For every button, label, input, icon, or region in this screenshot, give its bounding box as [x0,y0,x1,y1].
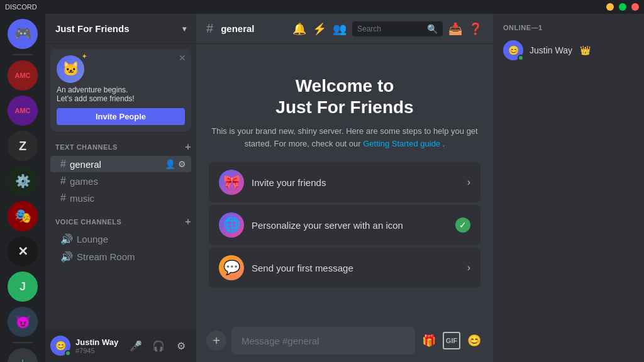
server-name: Just For Friends [55,23,130,34]
channel-name-general: general [70,159,161,170]
user-status-dot [65,350,71,356]
server-icon-devil[interactable]: 😈 [8,307,38,337]
maximize-button[interactable] [619,3,626,11]
send-message-label: Send your first message [252,263,460,273]
text-channels-section: TEXT CHANNELS + # general 👤 ⚙ # games # [45,139,196,206]
text-channels-label: TEXT CHANNELS [55,143,118,151]
voice-icon-stream: 🔊 [60,251,73,263]
message-right-icons: 🎁 GIF 😊 [420,332,483,349]
channel-list: ✕ 🐱 ✦ An adventure begins. Let's add som… [45,44,196,329]
emoji-button[interactable]: 😊 [465,332,483,349]
action-card-personalize[interactable]: 🌐 Personalize your server with an icon ✓ [209,205,480,245]
invite-card-close-button[interactable]: ✕ [179,53,186,63]
personalize-icon: 🌐 [219,212,244,238]
boost-icon[interactable]: ⚡ [312,21,327,36]
message-bar: + 🎁 GIF 😊 [196,319,493,362]
topbar-icons: 🔔 ⚡ 👥 🔍 📥 ❓ [292,21,483,36]
member-online-dot [518,55,524,61]
server-icon-z[interactable]: Z [8,131,38,161]
members-toggle-icon[interactable]: 👥 [332,21,347,36]
add-voice-channel-button[interactable]: + [185,216,191,228]
channel-item-music[interactable]: # music [50,190,191,206]
hash-icon: # [60,158,66,170]
server-icon-x[interactable]: ✕ [8,236,38,266]
add-text-channel-button[interactable]: + [185,141,191,153]
server-icon-amc1[interactable]: AMC [8,60,38,90]
main-content: # general 🔔 ⚡ 👥 🔍 📥 ❓ Welcome to Just [196,14,493,362]
voice-icon-lounge: 🔊 [60,233,73,245]
welcome-title-line2: Just For Friends [275,97,413,117]
welcome-desc-suffix: . [443,139,445,148]
invite-friends-chevron-icon: › [467,177,470,188]
voice-channels-header[interactable]: VOICE CHANNELS + [45,214,196,230]
welcome-title: Welcome to Just For Friends [275,75,413,118]
member-name-justin: Justin Way [530,45,572,55]
invite-people-button[interactable]: Invite People [57,108,185,125]
invite-card-line1: An adventure begins. [57,85,185,94]
channel-item-games[interactable]: # games [50,173,191,189]
welcome-description: This is your brand new, shiny server. He… [209,125,480,150]
search-icon: 🔍 [427,24,438,34]
server-icon-j[interactable]: J [8,272,38,302]
server-icon-home[interactable]: 🎮 [8,19,38,49]
action-card-message[interactable]: 💬 Send your first message › [209,248,480,288]
settings-icon[interactable]: ⚙ [178,159,186,169]
personalize-label: Personalize your server with an icon [252,220,448,231]
user-info: Justin Way #7945 [75,337,121,354]
welcome-box: Welcome to Just For Friends This is your… [209,75,480,288]
help-icon[interactable]: ❓ [468,21,483,36]
member-icon[interactable]: 👤 [165,159,175,169]
send-message-icon: 💬 [219,255,244,280]
invite-friends-label: Invite your friends [252,177,460,188]
voice-channels-label: VOICE CHANNELS [55,218,121,226]
inbox-icon[interactable]: 📥 [448,21,463,36]
channel-hash-icon: # [206,21,213,36]
user-settings-button[interactable]: ⚙ [171,336,191,356]
action-card-invite[interactable]: 🎀 Invite your friends › [209,162,480,202]
server-icon-gear[interactable]: ⚙️ [8,166,38,196]
channel-sidebar: Just For Friends ▾ ✕ 🐱 ✦ An adventure be… [45,14,196,362]
message-input[interactable] [242,336,405,346]
gif-button[interactable]: GIF [443,332,460,349]
welcome-title-line1: Welcome to [296,76,394,96]
deafen-button[interactable]: 🎧 [148,336,169,356]
channel-icons: 👤 ⚙ [165,159,186,169]
channel-item-stream-room[interactable]: 🔊 Stream Room [50,248,191,265]
topbar: # general 🔔 ⚡ 👥 🔍 📥 ❓ [196,14,493,44]
titlebar-title: DISCORD [5,3,37,11]
search-input[interactable] [357,25,423,33]
send-message-chevron-icon: › [467,262,470,273]
hash-icon-games: # [60,175,66,187]
server-sidebar: 🎮 AMC AMC Z ⚙️ 🎭 ✕ J 😈 + 🧭 [0,14,45,362]
search-bar: 🔍 [352,21,443,36]
invite-card: ✕ 🐱 ✦ An adventure begins. Let's add som… [50,49,191,131]
current-channel-name: general [221,23,254,34]
channel-name-stream-room: Stream Room [77,251,186,262]
gift-icon[interactable]: 🎁 [420,332,438,349]
personalize-check-icon: ✓ [455,217,470,233]
invite-mascot: 🐱 ✦ [57,55,84,83]
user-area: 😊 Justin Way #7945 🎤 🎧 ⚙ [45,329,196,362]
message-input-wrap [231,327,415,354]
getting-started-link[interactable]: Getting Started guide [363,139,440,148]
close-button[interactable] [631,3,639,11]
minimize-button[interactable] [606,3,614,11]
bell-icon[interactable]: 🔔 [292,21,307,36]
server-icon-amc2[interactable]: AMC [8,96,38,126]
titlebar-controls [606,3,639,11]
members-sidebar: ONLINE—1 😊 Justin Way 👑 [493,14,644,362]
channel-item-general[interactable]: # general 👤 ⚙ [50,156,191,172]
member-item-justin[interactable]: 😊 Justin Way 👑 [498,36,639,64]
invite-card-line2: Let's add some friends! [57,94,185,103]
message-add-button[interactable]: + [206,331,226,351]
server-header[interactable]: Just For Friends ▾ [45,14,196,44]
channel-item-lounge[interactable]: 🔊 Lounge [50,231,191,248]
server-icon-drama[interactable]: 🎭 [8,201,38,231]
channel-name-games: games [70,176,186,187]
app-container: 🎮 AMC AMC Z ⚙️ 🎭 ✕ J 😈 + 🧭 Just For Frie… [0,14,644,362]
text-channels-header[interactable]: TEXT CHANNELS + [45,139,196,155]
add-server-button[interactable]: + [8,348,38,362]
mute-button[interactable]: 🎤 [126,336,146,356]
voice-channels-section: VOICE CHANNELS + 🔊 Lounge 🔊 Stream Room [45,214,196,265]
user-controls: 🎤 🎧 ⚙ [126,336,191,356]
